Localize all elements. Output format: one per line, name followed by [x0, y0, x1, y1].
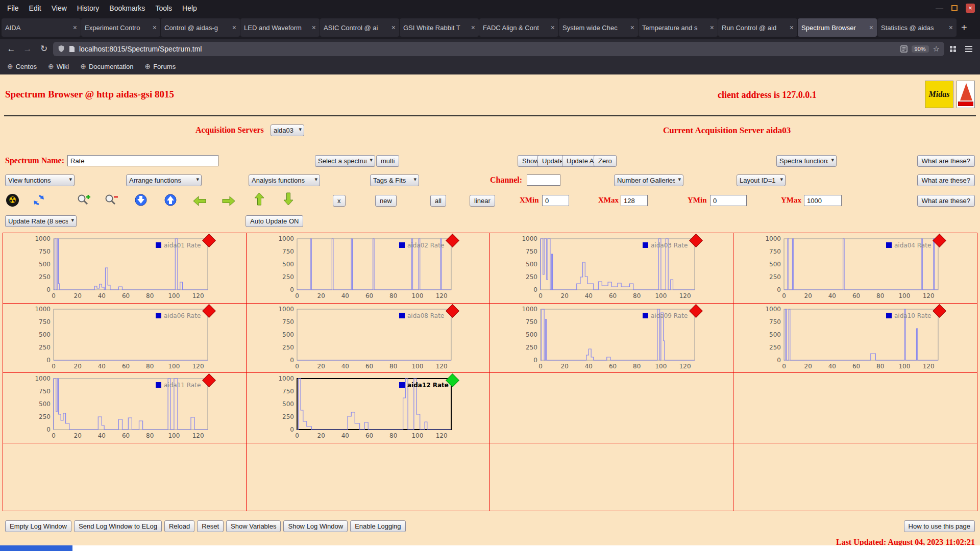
tab-close-icon[interactable]: × — [710, 23, 714, 32]
url-bar[interactable]: localhost:8015/Spectrum/Spectrum.tml 90%… — [53, 42, 944, 56]
how-to-use-button[interactable]: How to use this page — [904, 520, 975, 532]
channel-input[interactable] — [527, 174, 560, 186]
tab-close-icon[interactable]: × — [551, 23, 555, 32]
tab-close-icon[interactable]: × — [232, 23, 236, 32]
arrow-right-icon[interactable] — [222, 194, 236, 208]
close-window-button[interactable]: × — [966, 4, 975, 13]
tab-temperature-and-s[interactable]: Temperature and s× — [639, 18, 718, 37]
bookmark-star-icon[interactable]: ☆ — [933, 44, 940, 54]
spectrum-plot-aida06[interactable]: 02505007501000020406080100120aida06 Rate — [5, 305, 226, 371]
ymax-input[interactable] — [804, 195, 842, 206]
new-tab-button[interactable]: + — [957, 22, 971, 34]
menu-file[interactable]: File — [2, 4, 24, 12]
spectrum-plot-aida12[interactable]: 02505007501000020406080100120aida12 Rate — [249, 374, 469, 441]
scroll-down-icon[interactable] — [134, 193, 148, 207]
bookmark-forums[interactable]: ⊕Forums — [144, 62, 176, 70]
tab-system-wide-chec[interactable]: System wide Chec× — [559, 18, 638, 37]
reset-button[interactable]: Reset — [197, 520, 224, 532]
gallery-cell-aida12[interactable]: 02505007501000020406080100120aida12 Rate — [247, 373, 490, 443]
tab-led-and-waveform[interactable]: LED and Waveform× — [240, 18, 320, 37]
arrow-down-icon[interactable] — [281, 192, 296, 206]
zoom-in-icon[interactable] — [77, 193, 91, 207]
tab-close-icon[interactable]: × — [73, 23, 77, 32]
what-are-these-button-2[interactable]: What are these? — [917, 174, 975, 186]
x-button[interactable]: x — [333, 195, 346, 207]
spectrum-plot-aida10[interactable]: 02505007501000020406080100120aida10 Rate — [736, 305, 956, 371]
tab-close-icon[interactable]: × — [391, 23, 396, 32]
tags-and-fits-select[interactable]: Tags & Fits — [370, 174, 419, 186]
select-a-spectrum[interactable]: Select a spectrum — [315, 155, 375, 167]
tab-close-icon[interactable]: × — [790, 23, 794, 32]
tab-fadc-align-cont[interactable]: FADC Align & Cont× — [479, 18, 558, 37]
what-are-these-button-3[interactable]: What are these? — [917, 195, 975, 207]
gallery-cell-aida11[interactable]: 02505007501000020406080100120aida11 Rate — [3, 373, 247, 443]
ymin-input[interactable] — [710, 195, 747, 206]
what-are-these-button-1[interactable]: What are these? — [917, 155, 975, 167]
spectrum-plot-aida11[interactable]: 02505007501000020406080100120aida11 Rate — [5, 374, 226, 441]
tab-close-icon[interactable]: × — [471, 23, 475, 32]
update-rate-select[interactable]: Update Rate (8 secs) — [5, 215, 77, 227]
gallery-cell-aida02[interactable]: 02505007501000020406080100120aida02 Rate — [247, 233, 490, 304]
radiation-icon[interactable]: ☢ — [6, 194, 19, 207]
reload-icon[interactable]: ↻ — [37, 43, 51, 54]
multi-button[interactable]: multi — [376, 155, 399, 167]
zoom-level-badge[interactable]: 90% — [912, 45, 929, 53]
spectrum-name-input[interactable] — [67, 155, 218, 166]
tab-experiment-contro[interactable]: Experiment Contro× — [81, 18, 160, 37]
arrange-functions-select[interactable]: Arrange functions — [126, 174, 202, 186]
hamburger-menu-icon[interactable] — [962, 45, 976, 53]
spectrum-plot-aida02[interactable]: 02505007501000020406080100120aida02 Rate — [249, 235, 469, 301]
shield-icon[interactable] — [58, 45, 65, 53]
tab-spectrum-browser[interactable]: Spectrum Browser× — [798, 18, 877, 37]
tab-statistics-aidas[interactable]: Statistics @ aidas× — [877, 18, 957, 37]
maximize-button[interactable] — [951, 5, 958, 11]
zoom-out-icon[interactable] — [104, 193, 118, 207]
bookmark-centos[interactable]: ⊕Centos — [7, 62, 37, 70]
tab-close-icon[interactable]: × — [312, 23, 316, 32]
gallery-cell-aida03[interactable]: 02505007501000020406080100120aida03 Rate — [490, 233, 733, 304]
layout-id-select[interactable]: Layout ID=1 — [737, 174, 786, 186]
send-log-window-to-elog-button[interactable]: Send Log Window to ELog — [74, 520, 162, 532]
gallery-cell-aida09[interactable]: 02505007501000020406080100120aida09 Rate — [490, 304, 733, 373]
gallery-cell-aida04[interactable]: 02505007501000020406080100120aida04 Rate — [733, 233, 977, 304]
spectrum-plot-aida09[interactable]: 02505007501000020406080100120aida09 Rate — [492, 305, 713, 371]
spectrum-plot-aida08[interactable]: 02505007501000020406080100120aida08 Rate — [249, 305, 469, 371]
reader-mode-icon[interactable] — [900, 45, 908, 53]
reload-button[interactable]: Reload — [164, 520, 194, 532]
tab-control-aidas-g[interactable]: Control @ aidas-g× — [161, 18, 240, 37]
gallery-cell-aida06[interactable]: 02505007501000020406080100120aida06 Rate — [3, 304, 247, 373]
minimize-button[interactable]: — — [936, 4, 943, 12]
menu-edit[interactable]: Edit — [24, 4, 46, 12]
xmax-input[interactable] — [621, 195, 648, 206]
bookmark-documentation[interactable]: ⊕Documentation — [80, 62, 133, 70]
zero-button[interactable]: Zero — [594, 155, 617, 167]
url-text[interactable]: localhost:8015/Spectrum/Spectrum.tml — [79, 45, 896, 53]
all-button[interactable]: all — [430, 195, 446, 207]
menu-history[interactable]: History — [72, 4, 105, 12]
menu-bookmarks[interactable]: Bookmarks — [104, 4, 150, 12]
number-of-galleries-select[interactable]: Number of Galleries — [614, 174, 683, 186]
refresh-icon[interactable] — [32, 193, 46, 207]
tab-close-icon[interactable]: × — [949, 23, 953, 32]
page-info-icon[interactable] — [69, 45, 75, 53]
tab-gsi-white-rabbit-t[interactable]: GSI White Rabbit T× — [400, 18, 479, 37]
gallery-cell-aida08[interactable]: 02505007501000020406080100120aida08 Rate — [247, 304, 490, 373]
tab-run-control-aid[interactable]: Run Control @ aid× — [718, 18, 797, 37]
gallery-cell-aida01[interactable]: 02505007501000020406080100120aida01 Rate — [3, 233, 247, 304]
tab-close-icon[interactable]: × — [630, 23, 634, 32]
tab-asic-control-ai[interactable]: ASIC Control @ ai× — [320, 18, 399, 37]
extensions-icon[interactable] — [946, 45, 960, 53]
gallery-cell-aida10[interactable]: 02505007501000020406080100120aida10 Rate — [733, 304, 977, 373]
new-button[interactable]: new — [375, 195, 397, 207]
auto-update-button[interactable]: Auto Update ON — [246, 215, 303, 227]
tab-close-icon[interactable]: × — [153, 23, 157, 32]
xmin-input[interactable] — [542, 195, 569, 206]
spectrum-plot-aida03[interactable]: 02505007501000020406080100120aida03 Rate — [492, 235, 713, 301]
tab-close-icon[interactable]: × — [869, 23, 873, 32]
scroll-up-icon[interactable] — [163, 193, 178, 207]
forward-icon[interactable]: → — [20, 44, 35, 54]
menu-view[interactable]: View — [46, 4, 72, 12]
view-functions-select[interactable]: View functions — [5, 174, 75, 186]
linear-button[interactable]: linear — [470, 195, 495, 207]
show-log-window-button[interactable]: Show Log Window — [283, 520, 348, 532]
